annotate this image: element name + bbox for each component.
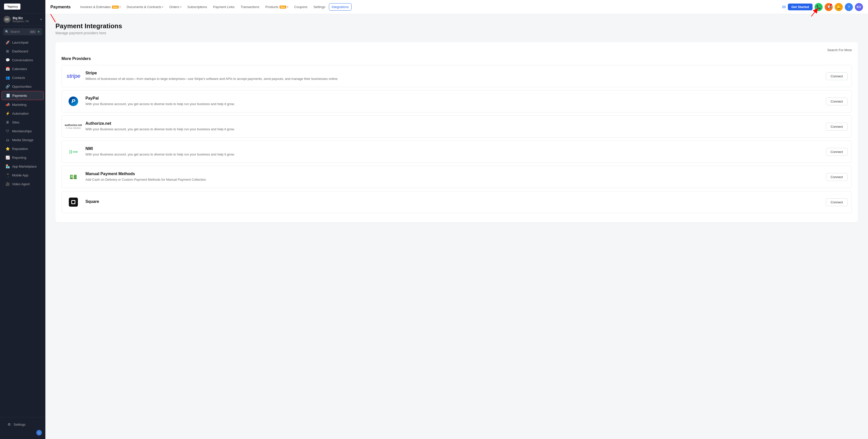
user-avatar-button[interactable]: KV <box>855 3 863 11</box>
sidebar-item-conversations[interactable]: 💬 Conversations <box>1 56 44 64</box>
sidebar-item-label: Calendars <box>12 67 27 71</box>
chevron-down-icon: ▾ <box>162 5 163 8</box>
provider-row-manual: 💵 Manual Payment Methods Add Cash on Del… <box>62 166 852 188</box>
sidebar-item-label: Contacts <box>12 76 25 80</box>
sidebar-item-label: Media Storage <box>12 138 33 142</box>
page-content-area: Payment Integrations Manage payment prov… <box>45 14 868 439</box>
sidebar-item-media-storage[interactable]: 🗂 Media Storage <box>1 135 44 144</box>
sidebar-item-mobile-app[interactable]: 📱 Mobile App <box>1 171 44 180</box>
header-actions: ✉ Get Started 📞 📢 🔔 ? KV <box>782 3 863 11</box>
square-connect-button[interactable]: Connect <box>826 198 847 206</box>
nmi-connect-button[interactable]: Connect <box>826 148 847 156</box>
sidebar-item-app-marketplace[interactable]: 🏪 App Marketplace <box>1 162 44 170</box>
tab-subscriptions[interactable]: Subscriptions <box>185 3 210 10</box>
sidebar-item-reputation[interactable]: ⭐ Reputation <box>1 145 44 153</box>
agency-logo[interactable]: "Agency <box>4 3 21 9</box>
manual-logo: 💵 <box>66 170 81 183</box>
sidebar-item-marketing[interactable]: 📣 Marketing <box>1 100 44 109</box>
search-for-more-link[interactable]: Search For More <box>827 48 852 52</box>
sidebar-item-label: Payments <box>12 94 27 97</box>
sidebar-item-launchpad[interactable]: 🚀 Launchpad <box>1 38 44 46</box>
sidebar-item-label: Settings <box>13 422 26 427</box>
sidebar-item-label: App Marketplace <box>12 164 37 168</box>
contacts-icon: 👥 <box>5 75 10 80</box>
sidebar-item-label: Reporting <box>12 156 26 159</box>
tab-coupons[interactable]: Coupons <box>292 3 310 10</box>
tab-products[interactable]: Products New ▾ <box>263 3 291 10</box>
nmi-logo: ⟩⟩ nmi <box>66 146 81 158</box>
paypal-logo: P <box>66 95 81 107</box>
authorizenet-logo: authorize.net A Visa Solution <box>66 120 81 133</box>
help-icon-button[interactable]: ? <box>845 3 853 11</box>
reputation-icon: ⭐ <box>5 147 10 151</box>
sidebar-item-payments[interactable]: 🧾 Payments <box>1 91 44 100</box>
paypal-connect-button[interactable]: Connect <box>826 97 847 105</box>
sidebar-item-label: Mobile App <box>12 174 28 177</box>
tab-subscriptions-label: Subscriptions <box>187 5 207 9</box>
stripe-name: Stripe <box>86 71 826 75</box>
avatar: BB <box>3 16 10 23</box>
sidebar-item-video-agent[interactable]: 🎥 Video Agent <box>1 180 44 188</box>
account-switcher[interactable]: BB Big Biz Bengaluru, KA ▾ <box>0 13 45 26</box>
tab-invoices[interactable]: Invoices & Estimates New ▾ <box>78 3 123 10</box>
provider-row-square: Square Connect <box>62 191 852 213</box>
tab-integrations[interactable]: Integrations <box>329 3 351 10</box>
authorizenet-name: Authorize.net <box>86 121 826 126</box>
reporting-icon: 📈 <box>5 156 10 159</box>
providers-card: Search For More More Providers stripe St… <box>56 42 858 222</box>
sidebar-item-reporting[interactable]: 📈 Reporting <box>1 153 44 162</box>
bell-icon-button[interactable]: 🔔 <box>835 3 843 11</box>
square-name: Square <box>86 199 826 204</box>
sidebar-bottom: ⚙ Settings ‹ <box>0 417 45 439</box>
new-badge: New <box>112 5 119 8</box>
sidebar-item-contacts[interactable]: 👥 Contacts <box>1 73 44 82</box>
sidebar-item-dashboard[interactable]: ⊞ Dashboard <box>1 47 44 56</box>
tab-transactions-label: Transactions <box>241 5 259 9</box>
memberships-icon: 🛡 <box>5 129 10 133</box>
launchpad-icon: 🚀 <box>5 40 10 44</box>
page-subtitle: Manage payment providers here <box>56 31 858 35</box>
sidebar-item-label: Dashboard <box>12 50 28 53</box>
tab-settings-label: Settings <box>313 5 326 9</box>
top-navigation: Payments Invoices & Estimates New ▾ Docu… <box>45 0 868 14</box>
account-name: Big Biz <box>12 17 40 20</box>
sidebar-nav: 🚀 Launchpad ⊞ Dashboard 💬 Conversations … <box>0 38 45 188</box>
tab-integrations-label: Integrations <box>332 5 349 9</box>
manual-connect-button[interactable]: Connect <box>826 173 847 181</box>
megaphone-icon-button[interactable]: 📢 <box>825 3 833 11</box>
square-logo <box>66 196 81 209</box>
tab-documents[interactable]: Documents & Contracts ▾ <box>124 3 166 10</box>
sidebar-item-label: Opportunities <box>12 85 31 89</box>
stripe-connect-button[interactable]: Connect <box>826 72 847 80</box>
sidebar-item-settings[interactable]: ⚙ Settings <box>3 420 42 429</box>
sidebar-item-opportunities[interactable]: 🔗 Opportunities <box>1 82 44 91</box>
tab-transactions[interactable]: Transactions <box>238 3 262 10</box>
phone-icon-button[interactable]: 📞 <box>814 3 823 11</box>
get-started-button[interactable]: Get Started <box>788 3 812 10</box>
sidebar-collapse-button[interactable]: ‹ <box>36 430 42 436</box>
tab-payment-links-label: Payment Links <box>213 5 235 9</box>
sidebar-item-sites[interactable]: 🖥 Sites <box>1 118 44 126</box>
authorizenet-connect-button[interactable]: Connect <box>826 123 847 130</box>
paypal-description: With your Business account, you get acce… <box>86 101 826 106</box>
provider-row-nmi: ⟩⟩ nmi NMI With your Business account, y… <box>62 140 852 163</box>
email-icon[interactable]: ✉ <box>782 4 786 10</box>
chevron-down-icon: ▾ <box>120 5 121 8</box>
tab-orders[interactable]: Orders ▾ <box>167 3 184 10</box>
sidebar-item-automation[interactable]: ⚡ Automation <box>1 109 44 118</box>
sidebar-item-label: Reputation <box>12 147 28 151</box>
tab-payment-links[interactable]: Payment Links <box>211 3 237 10</box>
sidebar-item-label: Conversations <box>12 58 33 62</box>
new-conversation-icon[interactable]: ＋ <box>37 30 40 34</box>
video-agent-icon: 🎥 <box>5 182 10 186</box>
sidebar-item-label: Video Agent <box>12 182 30 186</box>
sidebar-item-label: Sites <box>12 121 20 124</box>
sidebar-item-label: Memberships <box>12 129 32 133</box>
manual-description: Add Cash on Delivery or Custom Payment M… <box>86 177 826 182</box>
dashboard-icon: ⊞ <box>5 49 10 53</box>
account-location: Bengaluru, KA <box>12 20 40 23</box>
sidebar-item-memberships[interactable]: 🛡 Memberships <box>1 127 44 135</box>
tab-settings[interactable]: Settings <box>311 3 328 10</box>
sidebar-item-calendars[interactable]: 📅 Calendars <box>1 64 44 73</box>
search-bar[interactable]: 🔍 Search ⌘K ＋ <box>3 28 42 35</box>
